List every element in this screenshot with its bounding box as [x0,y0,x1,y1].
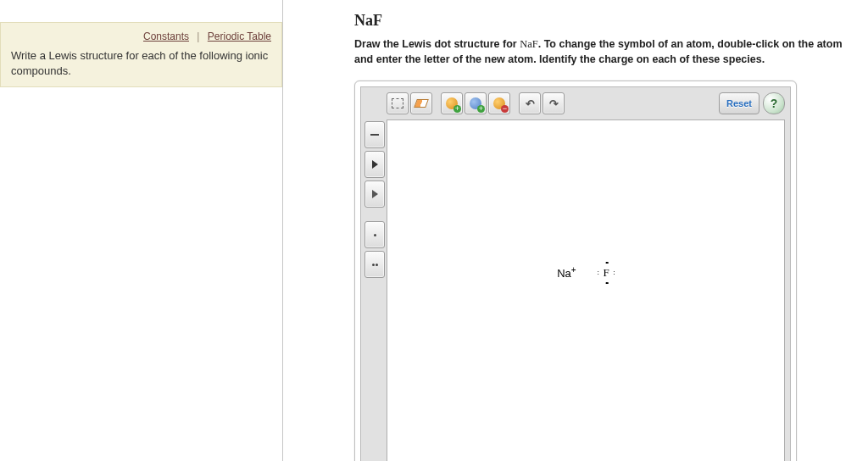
na-symbol: Na [557,267,571,280]
help-button[interactable]: ? [763,92,785,114]
lone-pair-button[interactable] [364,251,385,278]
na-ion[interactable]: Na+ [557,265,576,280]
add-atom-alt-button[interactable]: + [465,92,487,114]
prompt-text: Draw the Lewis dot structure for NaF. To… [354,36,851,67]
f-symbol: F [604,266,609,279]
prompt-formula: NaF [520,38,538,50]
reference-links: Constants | Periodic Table [11,30,271,43]
atom-minus-icon: − [493,97,505,109]
redo-icon: ↷ [549,97,559,110]
single-bond-icon [370,134,379,136]
sidebar: Constants | Periodic Table Write a Lewis… [0,0,283,461]
lone-pair-icon [372,264,378,266]
redo-button[interactable]: ↷ [542,92,565,114]
lewis-editor: + + − ↶ ↷ Reset ? [354,81,797,461]
wedge-icon [372,160,378,169]
link-separator: | [192,31,204,42]
prompt-a: Draw the Lewis dot structure for [354,38,520,50]
single-electron-button[interactable] [364,221,385,248]
f-lonepair-bottom: •• [605,281,607,285]
f-lonepair-left: : [598,270,600,274]
tool-group-atoms: + + − [441,92,510,114]
add-atom-button[interactable]: + [441,92,463,114]
lewis-structure[interactable]: Na+ •• : F : •• [557,263,615,281]
tool-group-history: ↶ ↷ [519,92,565,114]
drawing-canvas[interactable]: Na+ •• : F : •• [387,119,785,461]
atom-plus-icon: + [446,97,458,109]
top-toolbar: + + − ↶ ↷ Reset ? [387,91,785,116]
periodic-table-link[interactable]: Periodic Table [208,31,271,42]
remove-atom-button[interactable]: − [488,92,510,114]
left-toolbar [364,121,385,278]
eraser-icon [414,99,429,108]
constants-link[interactable]: Constants [143,31,189,42]
toolbar-gap [364,210,385,219]
wedge-bond-button[interactable] [364,151,385,178]
undo-button[interactable]: ↶ [519,92,541,114]
f-lonepair-right: : [613,270,615,274]
f-ion[interactable]: •• : F : •• [598,263,615,281]
atom-plus-blue-icon: + [470,97,481,109]
f-lonepair-top: •• [605,261,607,264]
hash-bond-button[interactable] [364,181,385,208]
select-tool-button[interactable] [387,92,409,114]
tool-group-edit [387,92,432,114]
compound-title: NaF [354,12,851,30]
instruction-panel: Constants | Periodic Table Write a Lewis… [0,22,282,87]
editor-body: + + − ↶ ↷ Reset ? [360,86,791,461]
erase-tool-button[interactable] [410,92,432,114]
main-content: NaF Draw the Lewis dot structure for NaF… [283,0,868,461]
page-root: Constants | Periodic Table Write a Lewis… [0,0,868,461]
hash-icon [372,190,378,198]
single-bond-button[interactable] [364,121,385,148]
undo-icon: ↶ [526,97,535,110]
instruction-text: Write a Lewis structure for each of the … [11,48,271,78]
single-electron-icon [374,234,376,236]
na-charge: + [571,265,576,275]
select-icon [392,98,403,108]
reset-button[interactable]: Reset [719,92,760,114]
